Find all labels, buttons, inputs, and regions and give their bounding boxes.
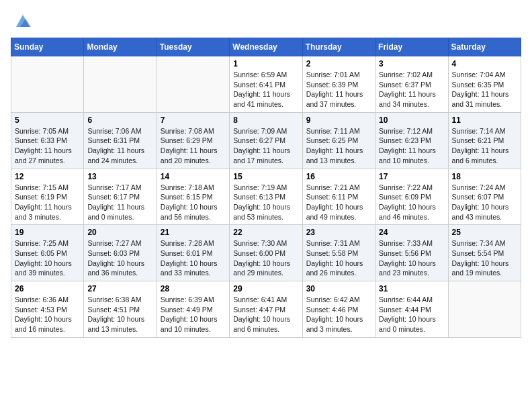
calendar-header-friday: Friday bbox=[375, 38, 448, 56]
day-info: Sunrise: 7:15 AM Sunset: 6:19 PM Dayligh… bbox=[15, 183, 80, 222]
day-info: Sunrise: 7:01 AM Sunset: 6:39 PM Dayligh… bbox=[306, 70, 371, 109]
calendar-cell: 23Sunrise: 7:31 AM Sunset: 5:58 PM Dayli… bbox=[302, 225, 375, 281]
calendar-header-sunday: Sunday bbox=[11, 38, 84, 56]
calendar-cell bbox=[448, 281, 521, 338]
calendar-cell: 4Sunrise: 7:04 AM Sunset: 6:35 PM Daylig… bbox=[448, 56, 521, 113]
day-info: Sunrise: 7:05 AM Sunset: 6:33 PM Dayligh… bbox=[15, 126, 80, 166]
day-number: 12 bbox=[15, 172, 80, 181]
calendar-cell: 1Sunrise: 6:59 AM Sunset: 6:41 PM Daylig… bbox=[230, 56, 302, 113]
day-info: Sunrise: 6:38 AM Sunset: 4:51 PM Dayligh… bbox=[87, 295, 152, 334]
day-number: 23 bbox=[306, 228, 371, 237]
calendar-cell bbox=[11, 56, 84, 113]
day-info: Sunrise: 7:22 AM Sunset: 6:09 PM Dayligh… bbox=[379, 183, 444, 222]
day-number: 18 bbox=[452, 172, 517, 181]
calendar-cell: 11Sunrise: 7:14 AM Sunset: 6:21 PM Dayli… bbox=[448, 112, 521, 169]
calendar-cell: 28Sunrise: 6:39 AM Sunset: 4:49 PM Dayli… bbox=[157, 281, 229, 338]
day-info: Sunrise: 6:36 AM Sunset: 4:53 PM Dayligh… bbox=[15, 295, 80, 334]
day-info: Sunrise: 7:09 AM Sunset: 6:27 PM Dayligh… bbox=[233, 126, 298, 166]
day-info: Sunrise: 7:27 AM Sunset: 6:03 PM Dayligh… bbox=[87, 238, 152, 278]
calendar-header-tuesday: Tuesday bbox=[157, 38, 229, 56]
day-number: 17 bbox=[379, 172, 444, 181]
day-info: Sunrise: 7:19 AM Sunset: 6:13 PM Dayligh… bbox=[233, 183, 298, 222]
day-info: Sunrise: 7:24 AM Sunset: 6:07 PM Dayligh… bbox=[452, 183, 517, 222]
logo-icon bbox=[13, 11, 32, 30]
day-info: Sunrise: 7:02 AM Sunset: 6:37 PM Dayligh… bbox=[379, 70, 444, 109]
day-number: 25 bbox=[452, 228, 517, 237]
day-info: Sunrise: 6:59 AM Sunset: 6:41 PM Dayligh… bbox=[233, 70, 298, 109]
calendar-cell: 29Sunrise: 6:41 AM Sunset: 4:47 PM Dayli… bbox=[230, 281, 302, 338]
day-info: Sunrise: 7:33 AM Sunset: 5:56 PM Dayligh… bbox=[379, 238, 444, 278]
calendar-header-monday: Monday bbox=[84, 38, 157, 56]
day-info: Sunrise: 7:04 AM Sunset: 6:35 PM Dayligh… bbox=[452, 70, 517, 109]
page-header bbox=[11, 11, 521, 30]
day-number: 16 bbox=[306, 172, 371, 181]
day-number: 24 bbox=[379, 228, 444, 237]
calendar-cell: 24Sunrise: 7:33 AM Sunset: 5:56 PM Dayli… bbox=[375, 225, 448, 281]
day-number: 2 bbox=[306, 59, 371, 68]
calendar-week-row: 5Sunrise: 7:05 AM Sunset: 6:33 PM Daylig… bbox=[11, 112, 521, 169]
calendar-cell: 10Sunrise: 7:12 AM Sunset: 6:23 PM Dayli… bbox=[375, 112, 448, 169]
day-info: Sunrise: 7:14 AM Sunset: 6:21 PM Dayligh… bbox=[452, 126, 517, 166]
day-info: Sunrise: 7:25 AM Sunset: 6:05 PM Dayligh… bbox=[15, 238, 80, 278]
day-info: Sunrise: 7:31 AM Sunset: 5:58 PM Dayligh… bbox=[306, 238, 371, 278]
calendar-header-row: SundayMondayTuesdayWednesdayThursdayFrid… bbox=[11, 38, 521, 56]
day-number: 1 bbox=[233, 59, 298, 68]
day-number: 9 bbox=[306, 116, 371, 125]
day-number: 30 bbox=[306, 284, 371, 293]
calendar-week-row: 26Sunrise: 6:36 AM Sunset: 4:53 PM Dayli… bbox=[11, 281, 521, 338]
day-number: 31 bbox=[379, 284, 444, 293]
calendar-cell: 31Sunrise: 6:44 AM Sunset: 4:44 PM Dayli… bbox=[375, 281, 448, 338]
day-info: Sunrise: 7:17 AM Sunset: 6:17 PM Dayligh… bbox=[87, 183, 152, 222]
calendar-week-row: 19Sunrise: 7:25 AM Sunset: 6:05 PM Dayli… bbox=[11, 225, 521, 281]
day-info: Sunrise: 6:39 AM Sunset: 4:49 PM Dayligh… bbox=[161, 295, 226, 334]
calendar-cell: 6Sunrise: 7:06 AM Sunset: 6:31 PM Daylig… bbox=[84, 112, 157, 169]
calendar-cell: 12Sunrise: 7:15 AM Sunset: 6:19 PM Dayli… bbox=[11, 169, 84, 225]
logo bbox=[11, 11, 32, 30]
day-number: 3 bbox=[379, 59, 444, 68]
calendar-cell: 16Sunrise: 7:21 AM Sunset: 6:11 PM Dayli… bbox=[302, 169, 375, 225]
day-number: 11 bbox=[452, 116, 517, 125]
day-info: Sunrise: 7:11 AM Sunset: 6:25 PM Dayligh… bbox=[306, 126, 371, 166]
day-number: 5 bbox=[15, 116, 80, 125]
calendar-cell: 3Sunrise: 7:02 AM Sunset: 6:37 PM Daylig… bbox=[375, 56, 448, 113]
day-info: Sunrise: 6:41 AM Sunset: 4:47 PM Dayligh… bbox=[233, 295, 298, 334]
calendar-cell bbox=[157, 56, 229, 113]
day-info: Sunrise: 6:44 AM Sunset: 4:44 PM Dayligh… bbox=[379, 295, 444, 334]
day-info: Sunrise: 7:34 AM Sunset: 5:54 PM Dayligh… bbox=[452, 238, 517, 278]
day-number: 26 bbox=[15, 284, 80, 293]
calendar-header-wednesday: Wednesday bbox=[230, 38, 302, 56]
day-number: 19 bbox=[15, 228, 80, 237]
calendar-header-thursday: Thursday bbox=[302, 38, 375, 56]
day-number: 7 bbox=[161, 116, 226, 125]
calendar-table: SundayMondayTuesdayWednesdayThursdayFrid… bbox=[11, 38, 521, 338]
calendar-cell: 20Sunrise: 7:27 AM Sunset: 6:03 PM Dayli… bbox=[84, 225, 157, 281]
calendar-cell: 26Sunrise: 6:36 AM Sunset: 4:53 PM Dayli… bbox=[11, 281, 84, 338]
day-number: 20 bbox=[87, 228, 152, 237]
day-info: Sunrise: 7:06 AM Sunset: 6:31 PM Dayligh… bbox=[87, 126, 152, 166]
day-info: Sunrise: 7:08 AM Sunset: 6:29 PM Dayligh… bbox=[161, 126, 226, 166]
day-info: Sunrise: 7:21 AM Sunset: 6:11 PM Dayligh… bbox=[306, 183, 371, 222]
day-number: 13 bbox=[87, 172, 152, 181]
day-number: 28 bbox=[161, 284, 226, 293]
day-number: 22 bbox=[233, 228, 298, 237]
calendar-cell: 15Sunrise: 7:19 AM Sunset: 6:13 PM Dayli… bbox=[230, 169, 302, 225]
calendar-cell: 21Sunrise: 7:28 AM Sunset: 6:01 PM Dayli… bbox=[157, 225, 229, 281]
day-info: Sunrise: 7:28 AM Sunset: 6:01 PM Dayligh… bbox=[161, 238, 226, 278]
calendar-cell: 8Sunrise: 7:09 AM Sunset: 6:27 PM Daylig… bbox=[230, 112, 302, 169]
day-info: Sunrise: 6:42 AM Sunset: 4:46 PM Dayligh… bbox=[306, 295, 371, 334]
calendar-cell: 13Sunrise: 7:17 AM Sunset: 6:17 PM Dayli… bbox=[84, 169, 157, 225]
day-info: Sunrise: 7:30 AM Sunset: 6:00 PM Dayligh… bbox=[233, 238, 298, 278]
day-number: 6 bbox=[87, 116, 152, 125]
calendar-cell: 18Sunrise: 7:24 AM Sunset: 6:07 PM Dayli… bbox=[448, 169, 521, 225]
calendar-cell: 7Sunrise: 7:08 AM Sunset: 6:29 PM Daylig… bbox=[157, 112, 229, 169]
day-number: 15 bbox=[233, 172, 298, 181]
day-number: 21 bbox=[161, 228, 226, 237]
calendar-week-row: 1Sunrise: 6:59 AM Sunset: 6:41 PM Daylig… bbox=[11, 56, 521, 113]
day-number: 29 bbox=[233, 284, 298, 293]
calendar-cell: 5Sunrise: 7:05 AM Sunset: 6:33 PM Daylig… bbox=[11, 112, 84, 169]
day-info: Sunrise: 7:12 AM Sunset: 6:23 PM Dayligh… bbox=[379, 126, 444, 166]
day-number: 27 bbox=[87, 284, 152, 293]
calendar-cell: 30Sunrise: 6:42 AM Sunset: 4:46 PM Dayli… bbox=[302, 281, 375, 338]
day-number: 4 bbox=[452, 59, 517, 68]
calendar-cell: 14Sunrise: 7:18 AM Sunset: 6:15 PM Dayli… bbox=[157, 169, 229, 225]
